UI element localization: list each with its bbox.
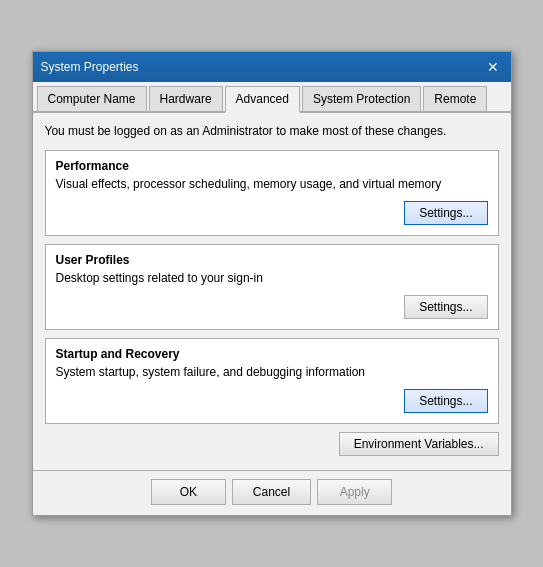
user-profiles-settings-button[interactable]: Settings... <box>404 295 487 319</box>
tab-bar: Computer Name Hardware Advanced System P… <box>33 82 511 113</box>
startup-recovery-title: Startup and Recovery <box>56 347 488 361</box>
apply-button[interactable]: Apply <box>317 479 392 505</box>
user-profiles-text: Desktop settings related to your sign-in <box>56 271 488 285</box>
cancel-button[interactable]: Cancel <box>232 479 311 505</box>
user-profiles-title: User Profiles <box>56 253 488 267</box>
env-btn-row: Environment Variables... <box>45 432 499 456</box>
ok-button[interactable]: OK <box>151 479 226 505</box>
startup-recovery-section: Startup and Recovery System startup, sys… <box>45 338 499 424</box>
performance-section: Performance Visual effects, processor sc… <box>45 150 499 236</box>
tab-system-protection[interactable]: System Protection <box>302 86 421 111</box>
tab-content: You must be logged on as an Administrato… <box>33 113 511 470</box>
close-button[interactable]: ✕ <box>483 57 503 77</box>
startup-recovery-settings-button[interactable]: Settings... <box>404 389 487 413</box>
performance-settings-button[interactable]: Settings... <box>404 201 487 225</box>
environment-variables-button[interactable]: Environment Variables... <box>339 432 499 456</box>
title-bar: System Properties ✕ <box>33 52 511 82</box>
tab-hardware[interactable]: Hardware <box>149 86 223 111</box>
performance-btn-row: Settings... <box>56 201 488 225</box>
startup-recovery-text: System startup, system failure, and debu… <box>56 365 488 379</box>
tab-remote[interactable]: Remote <box>423 86 487 111</box>
user-profiles-btn-row: Settings... <box>56 295 488 319</box>
performance-title: Performance <box>56 159 488 173</box>
admin-notice: You must be logged on as an Administrato… <box>45 123 499 140</box>
dialog-footer: OK Cancel Apply <box>33 470 511 515</box>
tab-computer-name[interactable]: Computer Name <box>37 86 147 111</box>
startup-recovery-btn-row: Settings... <box>56 389 488 413</box>
user-profiles-section: User Profiles Desktop settings related t… <box>45 244 499 330</box>
system-properties-window: System Properties ✕ Computer Name Hardwa… <box>32 51 512 516</box>
tab-advanced[interactable]: Advanced <box>225 86 300 113</box>
performance-text: Visual effects, processor scheduling, me… <box>56 177 488 191</box>
window-title: System Properties <box>41 60 139 74</box>
